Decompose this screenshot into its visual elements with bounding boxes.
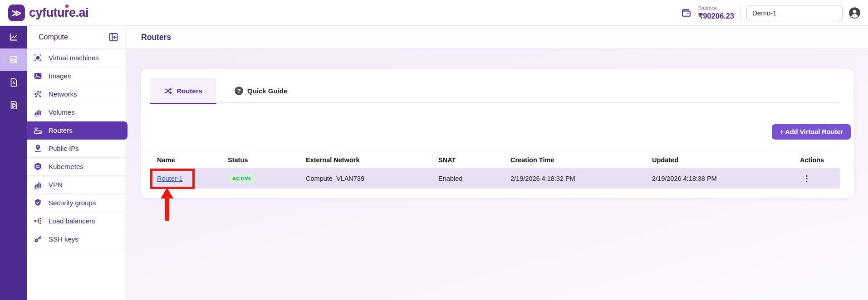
main-content: Routers Routers ? Quick Guide + Add Virt…	[127, 26, 868, 300]
compute-sidebar: Compute Virtual machines Images	[27, 26, 127, 300]
table-row: Router-1 ACTIVE Compute_VLAN739 Enabled …	[150, 169, 840, 189]
column-header-status: Status	[221, 156, 299, 164]
sidebar-item-label: Routers	[49, 126, 73, 134]
topbar-right-cluster: Balance ₹90206.23	[680, 0, 861, 26]
sidebar-title: Compute	[39, 33, 68, 41]
kubernetes-icon	[33, 162, 43, 171]
tab-label: Quick Guide	[247, 87, 287, 95]
table-header-row: Name Status External Network SNAT Creati…	[150, 151, 840, 169]
logo-text: cyfuture.ai	[29, 6, 88, 20]
logo-icon: ≫	[8, 5, 25, 21]
tab-label: Routers	[177, 87, 202, 95]
balance-amount: ₹90206.23	[698, 12, 734, 20]
balance-label: Balance	[698, 5, 734, 11]
rail-monitoring-icon[interactable]	[0, 26, 27, 48]
wallet-icon	[680, 7, 692, 19]
top-header-bar: ≫ cyfuture.ai Balance ₹90206.23	[0, 0, 868, 26]
sidebar-item-images[interactable]: Images	[27, 67, 127, 85]
shuffle-icon	[164, 87, 172, 95]
image-icon	[33, 71, 43, 81]
column-header-external-network: External Network	[299, 156, 431, 164]
router-icon	[33, 126, 43, 135]
load-balancer-icon	[33, 216, 43, 226]
sidebar-item-kubernetes[interactable]: Kubernetes	[27, 158, 127, 176]
sidebar-item-label: Kubernetes	[49, 163, 83, 170]
routers-table: Name Status External Network SNAT Creati…	[150, 151, 840, 189]
key-icon	[33, 234, 43, 244]
sidebar-collapse-icon[interactable]	[108, 32, 119, 43]
column-header-name: Name	[150, 156, 221, 164]
sidebar-item-label: Volumes	[49, 108, 75, 116]
vm-cube-icon	[33, 53, 43, 63]
sidebar-item-label: Public IPs	[49, 145, 79, 152]
routers-card: Routers ? Quick Guide + Add Virtual Rout…	[141, 69, 854, 198]
sidebar-item-label: Security groups	[49, 199, 96, 207]
sidebar-menu: Virtual machines Images Networks	[27, 49, 127, 248]
sidebar-item-ssh-keys[interactable]: SSH keys	[27, 230, 127, 248]
row-actions-kebab-icon[interactable]: ⋮	[800, 173, 814, 184]
column-header-updated: Updated	[645, 156, 793, 164]
page-title: Routers	[141, 33, 171, 42]
sidebar-item-public-ips[interactable]: Public IPs	[27, 140, 127, 158]
shield-check-icon	[33, 198, 43, 208]
sidebar-header: Compute	[27, 26, 127, 49]
updated-cell: 2/19/2026 4:18:38 PM	[645, 175, 793, 182]
sidebar-item-routers[interactable]: Routers	[27, 121, 128, 140]
tab-routers[interactable]: Routers	[150, 78, 216, 103]
sidebar-item-vpn[interactable]: VPN	[27, 176, 127, 194]
project-selector-input[interactable]	[746, 5, 843, 21]
sidebar-item-label: Networks	[49, 90, 77, 98]
vpn-bars-icon	[33, 180, 43, 189]
logo-pink-dot	[65, 5, 69, 8]
svg-text:$: $	[12, 81, 15, 85]
tab-quick-guide[interactable]: ? Quick Guide	[230, 78, 292, 103]
column-header-snat: SNAT	[431, 156, 503, 164]
rail-documents-icon[interactable]	[0, 94, 27, 116]
column-header-creation-time: Creation Time	[503, 156, 645, 164]
user-avatar-icon[interactable]	[848, 7, 861, 19]
snat-cell: Enabled	[431, 175, 503, 182]
router-name-link[interactable]: Router-1	[157, 175, 182, 182]
network-nodes-icon	[33, 89, 43, 99]
volumes-bars-icon	[33, 107, 43, 117]
sidebar-item-label: Load balancers	[49, 217, 95, 225]
add-virtual-router-button[interactable]: + Add Virtual Router	[772, 124, 851, 140]
creation-time-cell: 2/19/2026 4:18:32 PM	[503, 175, 645, 182]
brand-logo[interactable]: ≫ cyfuture.ai	[8, 5, 88, 21]
sidebar-item-virtual-machines[interactable]: Virtual machines	[27, 49, 127, 67]
page-header: Routers	[127, 26, 868, 49]
topbar-divider	[740, 5, 740, 21]
tab-bar: Routers ? Quick Guide	[150, 78, 840, 103]
sidebar-item-label: Images	[49, 72, 71, 80]
external-network-cell: Compute_VLAN739	[299, 175, 431, 182]
balance-display: Balance ₹90206.23	[698, 5, 734, 20]
sidebar-item-label: Virtual machines	[49, 54, 99, 62]
map-pin-icon	[33, 144, 43, 153]
rail-compute-icon[interactable]	[0, 48, 27, 71]
sidebar-item-load-balancers[interactable]: Load balancers	[27, 212, 127, 230]
column-header-actions: Actions	[793, 156, 840, 164]
sidebar-item-label: VPN	[49, 181, 63, 189]
icon-rail: $	[0, 26, 27, 300]
question-icon: ?	[235, 87, 243, 95]
status-badge: ACTIVE	[228, 174, 256, 183]
sidebar-item-networks[interactable]: Networks	[27, 85, 127, 103]
rail-billing-icon[interactable]: $	[0, 71, 27, 94]
sidebar-item-volumes[interactable]: Volumes	[27, 103, 127, 121]
sidebar-item-security-groups[interactable]: Security groups	[27, 194, 127, 212]
sidebar-item-label: SSH keys	[49, 235, 78, 243]
